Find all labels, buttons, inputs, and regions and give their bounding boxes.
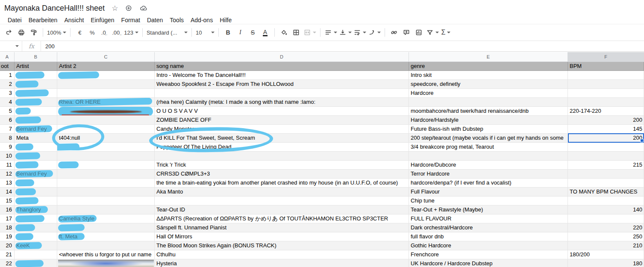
cell-f[interactable]: 145 (568, 125, 644, 133)
cell-b[interactable] (15, 71, 57, 79)
cell-c[interactable] (57, 107, 155, 115)
cell-e[interactable]: Intro skit (409, 71, 568, 79)
cell-e[interactable] (409, 152, 568, 160)
print-button[interactable] (15, 27, 27, 38)
menu-item-addons[interactable]: Add-ons (187, 16, 216, 24)
insert-comment-button[interactable] (400, 27, 413, 38)
menu-item-ansicht[interactable]: Ansicht (61, 16, 87, 24)
menu-item-bearbeiten[interactable]: Bearbeiten (25, 16, 61, 24)
cell-a[interactable]: 17 (0, 214, 15, 223)
column-header-F[interactable]: F (568, 52, 644, 62)
cell-f[interactable] (568, 214, 644, 223)
badge-plus-icon[interactable] (125, 4, 132, 12)
cell-c[interactable] (57, 170, 155, 178)
cell-f[interactable]: 140 (568, 205, 644, 214)
cell-a[interactable]: 6 (0, 116, 15, 124)
cell-f[interactable] (568, 179, 644, 187)
cell-a[interactable]: oot (0, 62, 15, 70)
cell-e[interactable]: genre (409, 62, 568, 70)
cell-b[interactable]: Thanglory (15, 205, 57, 214)
cell-b[interactable] (15, 80, 57, 88)
font-select[interactable]: Standard (... (146, 27, 188, 38)
cell-e[interactable]: moombahcore/hard twerk/hard renaissance/… (409, 107, 568, 115)
cell-c[interactable] (57, 223, 155, 232)
paint-format-button[interactable] (27, 27, 40, 38)
cloud-status-icon[interactable] (139, 4, 148, 12)
cell-d[interactable]: ZOMBIE DANCE OFF (155, 116, 409, 124)
strikethrough-button[interactable]: S (247, 27, 259, 38)
cell-a[interactable]: 11 (0, 161, 15, 169)
cell-a[interactable]: 8 (0, 134, 15, 142)
cell-b[interactable] (15, 259, 57, 267)
cell-f[interactable]: 210 (568, 241, 644, 250)
cell-e[interactable]: 200 step/tearout (maybe vocals if i can … (409, 134, 568, 142)
cell-d[interactable]: Cthulhu (155, 250, 409, 259)
cell-d[interactable] (155, 89, 409, 97)
cell-d[interactable]: Hall Of Mirrors (155, 232, 409, 241)
cell-d[interactable]: Trick 'r Trick (155, 161, 409, 169)
cell-a[interactable]: 21 (0, 250, 15, 259)
cell-c[interactable] (57, 143, 155, 151)
cell-f[interactable] (568, 80, 644, 88)
cell-c[interactable] (57, 71, 155, 79)
cell-b[interactable] (15, 232, 57, 241)
decrease-decimals-button[interactable]: .0← (98, 27, 111, 38)
cell-f[interactable]: 200 (568, 116, 644, 124)
menu-item-format[interactable]: Format (118, 16, 144, 24)
column-header-B[interactable]: B (15, 52, 57, 62)
cell-f[interactable]: 250 (568, 232, 644, 241)
cell-c[interactable]: Artist 2 (57, 62, 155, 70)
cell-a[interactable]: 12 (0, 170, 15, 178)
cell-c[interactable] (57, 241, 155, 250)
column-header-D[interactable]: D (155, 52, 409, 62)
cell-e[interactable]: hardcore/denpa? (if I ever find a vocali… (409, 179, 568, 187)
merge-cells-button[interactable] (303, 27, 317, 38)
cell-d[interactable]: song name (155, 62, 409, 70)
cell-e[interactable]: speedcore, definetly (409, 80, 568, 88)
bold-button[interactable]: B (222, 27, 234, 38)
cell-c[interactable]: Rhea: OR HERE (57, 98, 155, 106)
cell-d[interactable] (155, 197, 409, 205)
cell-a[interactable]: 4 (0, 98, 15, 106)
cell-e[interactable]: Chip tune (409, 197, 568, 205)
cell-d[interactable] (155, 152, 409, 160)
cell-a[interactable]: 2 (0, 80, 15, 88)
cell-b[interactable]: Bernard Fey (15, 125, 57, 133)
italic-button[interactable]: I (234, 27, 247, 38)
cell-a[interactable]: 15 (0, 197, 15, 205)
zoom-select[interactable]: 100% (46, 27, 67, 38)
cell-e[interactable]: Hardcore (409, 89, 568, 97)
format-percent-button[interactable]: % (86, 27, 98, 38)
menu-item-hilfe[interactable]: Hilfe (216, 16, 235, 24)
star-icon[interactable]: ☆ (112, 5, 118, 12)
cell-e[interactable]: FULL FLAVOUR (409, 214, 568, 223)
font-size-select[interactable]: 10 (195, 27, 215, 38)
cell-c[interactable] (57, 152, 155, 160)
cell-e[interactable]: Hardcore/Dubcore (409, 161, 568, 169)
cell-e[interactable]: UK Hardcore / Hardcore Dubstep (409, 259, 568, 267)
cell-e[interactable] (409, 98, 568, 106)
cell-f[interactable] (568, 170, 644, 178)
borders-button[interactable] (290, 27, 303, 38)
cell-c[interactable] (57, 188, 155, 196)
cell-f[interactable]: 180/200 (568, 250, 644, 259)
cell-e[interactable]: 3/4 breakcore prog metal, Tearout (409, 143, 568, 151)
cell-b[interactable]: KeeK (15, 241, 57, 250)
insert-link-button[interactable] (388, 27, 400, 38)
cell-d[interactable]: I'd KILL For That Sweet, Sweet, Scream (155, 134, 409, 142)
name-box[interactable] (0, 41, 22, 51)
cell-c[interactable] (57, 116, 155, 124)
cell-d[interactable]: CRRS3D CØMPL3+3 (155, 170, 409, 178)
cell-b[interactable] (15, 98, 57, 106)
cell-e[interactable]: Dark orchestral/Hardcore (409, 223, 568, 232)
cell-a[interactable]: 20 (0, 241, 15, 250)
text-rotation-button[interactable] (367, 27, 382, 38)
cell-f[interactable]: TO MANY BPM CHANGES (568, 188, 644, 196)
menu-item-daten[interactable]: Daten (144, 16, 166, 24)
cell-c[interactable]: t404:null (57, 134, 155, 142)
cell-f[interactable] (568, 152, 644, 160)
fill-handle[interactable] (640, 139, 644, 142)
cell-d[interactable]: ΔΔPARTS (Recreation of ΩΩPARTS by かめりあ O… (155, 214, 409, 223)
text-wrap-button[interactable] (353, 27, 367, 38)
cell-c[interactable] (57, 80, 155, 88)
